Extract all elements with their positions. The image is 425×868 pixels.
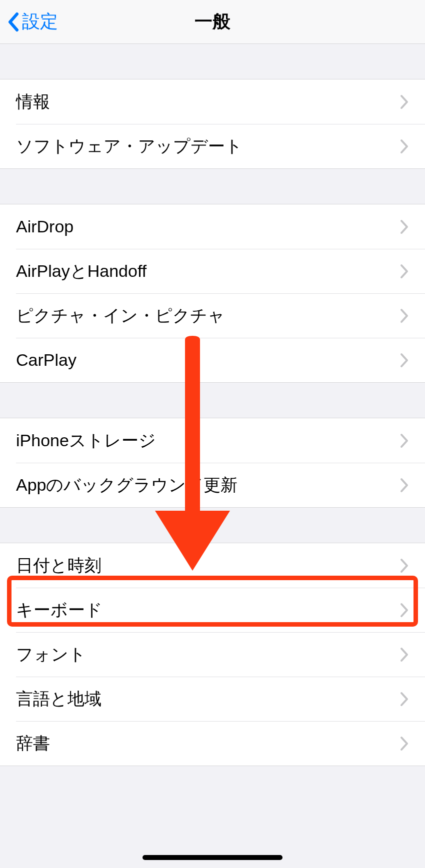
row-label: Appのバックグラウンド更新 — [16, 474, 238, 497]
row-label: フォント — [16, 643, 86, 666]
section-gap — [0, 383, 425, 418]
nav-header: 設定 一般 — [0, 0, 425, 44]
section-gap — [0, 44, 425, 79]
section-gap — [0, 508, 425, 543]
chevron-right-icon — [400, 264, 409, 279]
row-date-time[interactable]: 日付と時刻 — [0, 543, 425, 588]
row-label: AirPlayとHandoff — [16, 260, 146, 283]
row-carplay[interactable]: CarPlay — [0, 338, 425, 382]
row-dictionary[interactable]: 辞書 — [0, 721, 425, 766]
row-picture-in-picture[interactable]: ピクチャ・イン・ピクチャ — [0, 293, 425, 338]
row-label: キーボード — [16, 599, 102, 622]
chevron-right-icon — [400, 308, 409, 323]
row-iphone-storage[interactable]: iPhoneストレージ — [0, 418, 425, 463]
back-button[interactable]: 設定 — [0, 0, 58, 43]
row-label: ソフトウェア・アップデート — [16, 135, 242, 158]
row-label: 日付と時刻 — [16, 554, 102, 577]
chevron-right-icon — [400, 94, 409, 109]
home-indicator — [142, 855, 282, 860]
chevron-right-icon — [400, 139, 409, 154]
section-gap — [0, 169, 425, 204]
chevron-right-icon — [400, 736, 409, 751]
row-label: CarPlay — [16, 350, 76, 370]
chevron-right-icon — [400, 647, 409, 662]
chevron-right-icon — [400, 219, 409, 234]
settings-group-2: iPhoneストレージ Appのバックグラウンド更新 — [0, 418, 425, 508]
row-label: iPhoneストレージ — [16, 429, 156, 452]
row-label: 情報 — [16, 90, 50, 113]
row-label: AirDrop — [16, 217, 74, 236]
settings-group-3: 日付と時刻 キーボード フォント 言語と地域 辞書 — [0, 543, 425, 766]
chevron-right-icon — [400, 692, 409, 707]
row-info[interactable]: 情報 — [0, 79, 425, 124]
chevron-right-icon — [400, 353, 409, 368]
chevron-right-icon — [400, 603, 409, 618]
page-title: 一般 — [0, 9, 425, 34]
settings-group-0: 情報 ソフトウェア・アップデート — [0, 79, 425, 169]
chevron-right-icon — [400, 558, 409, 573]
row-label: ピクチャ・イン・ピクチャ — [16, 304, 225, 327]
row-language-region[interactable]: 言語と地域 — [0, 677, 425, 721]
row-label: 辞書 — [16, 732, 50, 755]
row-fonts[interactable]: フォント — [0, 632, 425, 677]
row-airdrop[interactable]: AirDrop — [0, 204, 425, 249]
row-background-app-refresh[interactable]: Appのバックグラウンド更新 — [0, 463, 425, 507]
row-keyboard[interactable]: キーボード — [0, 588, 425, 632]
back-label: 設定 — [22, 9, 58, 34]
row-label: 言語と地域 — [16, 688, 102, 711]
chevron-right-icon — [400, 433, 409, 448]
row-airplay-handoff[interactable]: AirPlayとHandoff — [0, 249, 425, 293]
settings-group-1: AirDrop AirPlayとHandoff ピクチャ・イン・ピクチャ Car… — [0, 204, 425, 383]
row-software-update[interactable]: ソフトウェア・アップデート — [0, 124, 425, 168]
chevron-right-icon — [400, 478, 409, 493]
chevron-left-icon — [7, 12, 19, 32]
